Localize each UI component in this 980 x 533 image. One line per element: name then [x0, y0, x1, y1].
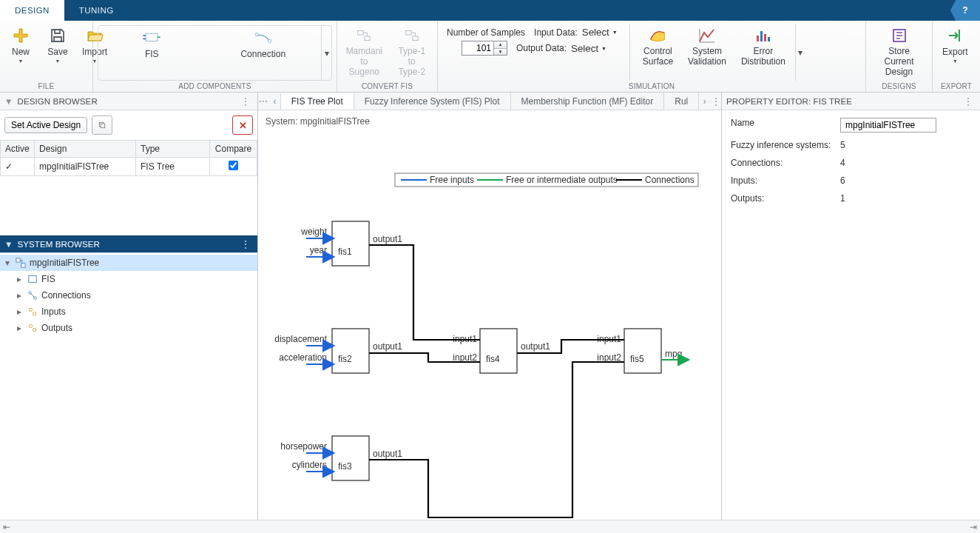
plus-icon: [11, 26, 30, 45]
spinner-down-icon[interactable]: ▼: [494, 49, 507, 56]
property-editor-title: PROPERTY EDITOR: FIS TREE: [726, 97, 852, 106]
mamdani-to-sugeno-button: Mamdani to Sugeno: [342, 24, 387, 78]
add-connection-button[interactable]: Connection: [210, 26, 317, 60]
node-fis4[interactable]: fis4 input1 input2 output1: [453, 329, 550, 373]
add-fis-button[interactable]: FIS: [98, 26, 206, 60]
group-label-designs: DESIGNS: [871, 81, 927, 90]
system-browser-title: SYSTEM BROWSER: [18, 240, 101, 249]
svg-rect-21: [29, 276, 37, 283]
svg-rect-49: [332, 436, 369, 480]
svg-rect-18: [101, 124, 105, 128]
prop-label: Fuzzy inference systems:: [731, 140, 834, 150]
svg-point-24: [29, 308, 32, 311]
fis-tree-canvas[interactable]: Free inputs Free or intermediate outputs…: [258, 133, 721, 520]
svg-text:fis2: fis2: [338, 354, 352, 364]
surface-icon: [648, 26, 667, 45]
tab-design[interactable]: DESIGN: [0, 0, 64, 21]
tab-rules[interactable]: Rul: [664, 93, 699, 110]
svg-rect-9: [413, 36, 418, 40]
tab-mf-editor[interactable]: Membership Function (MF) Editor: [511, 93, 665, 110]
output-data-select[interactable]: Select▼: [571, 43, 606, 54]
prop-name-input[interactable]: [840, 118, 936, 133]
svg-rect-14: [764, 34, 766, 41]
table-row[interactable]: ✓ mpgInitialFISTree FIS Tree: [1, 158, 257, 176]
svg-rect-12: [757, 36, 759, 41]
control-surface-label: Control Surface: [643, 47, 673, 67]
tree-expand-icon[interactable]: ▸: [15, 323, 24, 333]
design-browser-menu[interactable]: ⋮: [238, 96, 253, 107]
tree-item-inputs[interactable]: ▸ Inputs: [0, 304, 257, 320]
control-surface-button[interactable]: Control Surface: [638, 24, 678, 81]
outputs-icon: [27, 322, 38, 334]
input-data-select[interactable]: Select▼: [582, 27, 618, 38]
new-button[interactable]: New ▼: [4, 24, 37, 64]
help-button[interactable]: ?: [950, 0, 980, 21]
node-fis2[interactable]: fis2 displacement acceleration output1: [274, 329, 402, 373]
tree-item-outputs[interactable]: ▸ Outputs: [0, 320, 257, 336]
chevron-down-icon: ▼: [953, 58, 958, 64]
svg-text:Free inputs: Free inputs: [430, 175, 474, 185]
tab-tuning[interactable]: TUNING: [64, 0, 129, 21]
num-samples-spinner[interactable]: ▲ ▼: [462, 41, 507, 56]
svg-rect-15: [768, 37, 770, 41]
duplicate-design-button[interactable]: [92, 115, 112, 135]
tree-expand-icon[interactable]: ▸: [15, 274, 24, 284]
tabs-prev[interactable]: ‹: [269, 93, 280, 110]
col-compare[interactable]: Compare: [210, 141, 257, 158]
svg-text:output1: output1: [373, 341, 402, 352]
compare-checkbox[interactable]: [229, 161, 238, 170]
delete-design-button[interactable]: ✕: [232, 115, 253, 135]
tab-fis-plot[interactable]: Fuzzy Inference System (FIS) Plot: [354, 93, 511, 110]
tab-fis-tree-plot[interactable]: FIS Tree Plot: [280, 93, 354, 110]
store-icon: [890, 26, 909, 45]
tabs-scroll-left[interactable]: ⋯: [258, 93, 269, 110]
prop-value: 1: [840, 193, 971, 204]
system-label: System: mpgInitialFISTree: [258, 110, 721, 133]
error-distribution-button[interactable]: Error Distribution: [736, 24, 791, 81]
property-editor-menu[interactable]: ⋮: [961, 96, 976, 107]
tree-expand-icon[interactable]: ▾: [3, 258, 12, 268]
system-validation-button[interactable]: System Validation: [683, 24, 731, 81]
tree-expand-icon[interactable]: ▸: [15, 306, 24, 317]
scroll-first-icon[interactable]: ⇤: [0, 522, 13, 532]
node-fis5[interactable]: fis5 input1 input2 mpg: [597, 329, 687, 373]
fistree-icon: [15, 257, 27, 269]
collapse-icon[interactable]: ▼: [4, 97, 13, 106]
svg-text:acceleration: acceleration: [279, 352, 327, 363]
save-button[interactable]: Save ▼: [41, 24, 74, 64]
col-type[interactable]: Type: [136, 141, 210, 158]
svg-text:fis5: fis5: [630, 354, 644, 364]
node-fis1[interactable]: fis1 weight year output1: [300, 221, 402, 266]
set-active-design-button[interactable]: Set Active Design: [4, 117, 87, 133]
system-browser-menu[interactable]: ⋮: [238, 239, 253, 249]
chevron-down-icon: ▼: [55, 58, 61, 64]
simulation-more[interactable]: ▾: [795, 24, 805, 81]
export-button[interactable]: Export ▼: [937, 24, 973, 64]
error-distribution-label: Error Distribution: [741, 47, 785, 67]
svg-rect-6: [358, 31, 363, 36]
tree-expand-icon[interactable]: ▸: [15, 290, 24, 301]
tabs-next[interactable]: ›: [699, 93, 710, 110]
tabs-menu[interactable]: ⋮: [710, 93, 721, 110]
group-label-convert: CONVERT FIS: [342, 81, 433, 90]
col-active[interactable]: Active: [1, 141, 35, 158]
type1-to-type2-button: Type-1 to Type-2: [391, 24, 433, 78]
add-components-more[interactable]: ▾: [321, 26, 331, 80]
validation-icon: [697, 26, 717, 45]
svg-text:fis4: fis4: [486, 354, 500, 364]
tree-item-fis[interactable]: ▸ FIS: [0, 271, 257, 287]
num-samples-input[interactable]: [462, 41, 493, 55]
store-current-design-button[interactable]: Store Current Design: [871, 24, 927, 78]
svg-rect-35: [332, 221, 369, 266]
svg-text:Free or intermediate outputs: Free or intermediate outputs: [506, 175, 618, 185]
col-design[interactable]: Design: [35, 141, 136, 158]
tree-root[interactable]: ▾ mpgInitialFISTree: [0, 255, 257, 271]
node-fis3[interactable]: fis3 horsepower cylinders output1: [280, 436, 402, 480]
tree-item-connections[interactable]: ▸ Connections: [0, 287, 257, 304]
prop-value: 4: [840, 158, 971, 168]
spinner-up-icon[interactable]: ▲: [494, 41, 507, 49]
conn-fis1-fis4: [369, 245, 480, 340]
collapse-icon[interactable]: ▼: [4, 240, 13, 249]
prop-label: Inputs:: [731, 175, 834, 186]
scroll-last-icon[interactable]: ⇥: [967, 522, 980, 532]
